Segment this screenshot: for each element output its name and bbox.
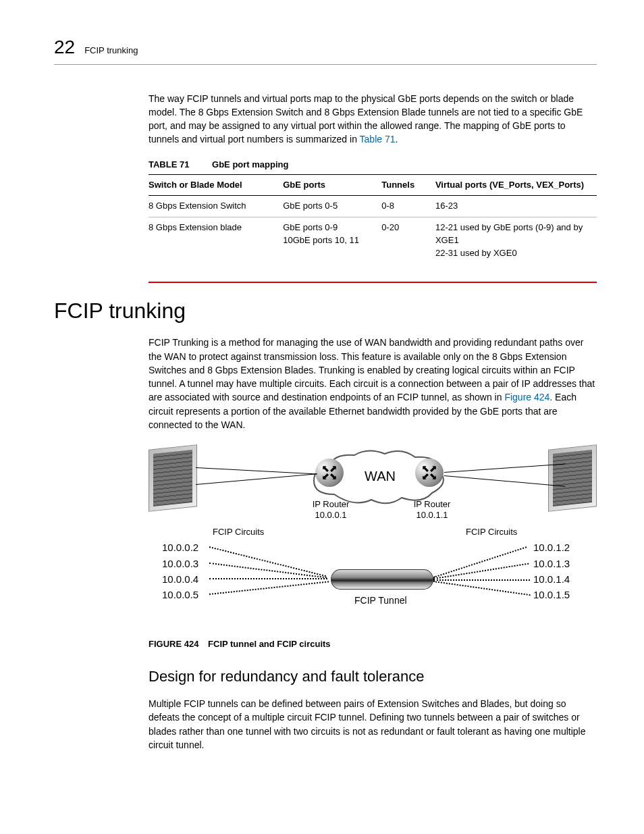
figure-title: FCIP tunnel and FCIP circuits: [208, 639, 331, 649]
circuits-label-left: FCIP Circuits: [213, 526, 264, 539]
fcip-tunnel-icon: [331, 569, 433, 590]
page-header: 22 FCIP trunking: [54, 34, 597, 65]
connector-line: [444, 475, 565, 487]
router-label-text: IP Router: [313, 499, 350, 509]
right-router-icon: [415, 459, 444, 487]
cell-model: 8 Gbps Extension Switch: [149, 196, 283, 217]
table71-block: TABLE 71 GbE port mapping Switch or Blad…: [149, 159, 597, 264]
circuits-label-right: FCIP Circuits: [466, 526, 517, 539]
intro-text-after: .: [396, 134, 398, 145]
circuit-line: [433, 581, 531, 596]
cell-model: 8 Gbps Extension blade: [149, 217, 283, 264]
intro-paragraph: The way FCIP tunnels and virtual ports m…: [149, 92, 597, 147]
left-ip-list: 10.0.0.2 10.0.0.3 10.0.0.4 10.0.0.5: [162, 540, 198, 602]
ip-address: 10.0.1.3: [533, 556, 570, 571]
router-ip: 10.0.1.1: [417, 510, 448, 520]
section-divider: [149, 282, 597, 283]
cell-gbe: GbE ports 0-9 10GbE ports 10, 11: [283, 217, 381, 264]
left-router-label: IP Router 10.0.0.1: [304, 499, 358, 520]
th-gbe: GbE ports: [283, 174, 381, 196]
ip-address: 10.0.1.2: [533, 540, 570, 555]
cell-gbe: GbE ports 0-5: [283, 196, 381, 217]
table-caption: TABLE 71 GbE port mapping: [149, 159, 597, 172]
cell-tunnels: 0-20: [381, 217, 435, 264]
chapter-number: 22: [54, 34, 75, 61]
table-link[interactable]: Table 71: [360, 134, 396, 145]
ip-address: 10.0.0.4: [162, 571, 198, 587]
ip-address: 10.0.0.2: [162, 540, 198, 555]
cell-vports: 16-23: [435, 196, 597, 217]
table-row: 8 Gbps Extension blade GbE ports 0-9 10G…: [149, 217, 597, 264]
right-device-icon: [548, 445, 597, 513]
left-device-icon: [149, 445, 197, 513]
router-label-text: IP Router: [414, 499, 451, 509]
ip-address: 10.0.0.3: [162, 556, 198, 571]
circuit-line: [209, 578, 327, 579]
right-router-label: IP Router 10.0.1.1: [405, 499, 459, 520]
circuit-line: [209, 581, 329, 596]
table-row: 8 Gbps Extension Switch GbE ports 0-5 0-…: [149, 196, 597, 217]
section-paragraph: FCIP Trunking is a method for managing t…: [149, 336, 597, 432]
gbe-port-mapping-table: Switch or Blade Model GbE ports Tunnels …: [149, 174, 597, 264]
table-header-row: Switch or Blade Model GbE ports Tunnels …: [149, 174, 597, 196]
right-ip-list: 10.0.1.2 10.0.1.3 10.0.1.4 10.0.1.5: [533, 540, 570, 602]
table-label: TABLE 71: [149, 159, 189, 170]
figure-link[interactable]: Figure 424: [504, 392, 549, 402]
section-heading: FCIP trunking: [54, 295, 597, 326]
th-tunnels: Tunnels: [381, 174, 435, 196]
chapter-title: FCIP trunking: [84, 45, 138, 57]
figure-label: FIGURE 424: [149, 639, 198, 649]
cell-vports: 12-21 used by GbE ports (0-9) and by XGE…: [435, 217, 597, 264]
subsection-heading: Design for redundancy and fault toleranc…: [149, 666, 597, 687]
connector-line: [196, 474, 317, 486]
connector-line: [196, 467, 317, 474]
ip-address: 10.0.1.5: [533, 587, 570, 602]
tunnel-label: FCIP Tunnel: [354, 594, 407, 607]
circuit-line: [433, 547, 527, 579]
figure-diagram: WAN IP Router 10.0.0.1 IP Router 10.0.1.…: [149, 444, 597, 633]
ip-address: 10.0.0.5: [162, 587, 198, 602]
th-vports: Virtual ports (VE_Ports, VEX_Ports): [435, 174, 597, 196]
circuit-line: [433, 579, 530, 581]
th-model: Switch or Blade Model: [149, 174, 283, 196]
cell-tunnels: 0-8: [381, 196, 435, 217]
connector-line: [444, 464, 566, 473]
router-ip: 10.0.0.1: [315, 510, 347, 520]
subsection-paragraph: Multiple FCIP tunnels can be defined bet…: [149, 697, 597, 752]
figure-424: WAN IP Router 10.0.0.1 IP Router 10.0.1.…: [149, 444, 597, 752]
figure-caption: FIGURE 424 FCIP tunnel and FCIP circuits: [149, 638, 597, 651]
wan-label: WAN: [365, 467, 396, 486]
ip-address: 10.0.1.4: [533, 571, 570, 587]
left-router-icon: [315, 459, 344, 487]
table-title: GbE port mapping: [212, 159, 288, 170]
circuit-line: [209, 546, 326, 577]
